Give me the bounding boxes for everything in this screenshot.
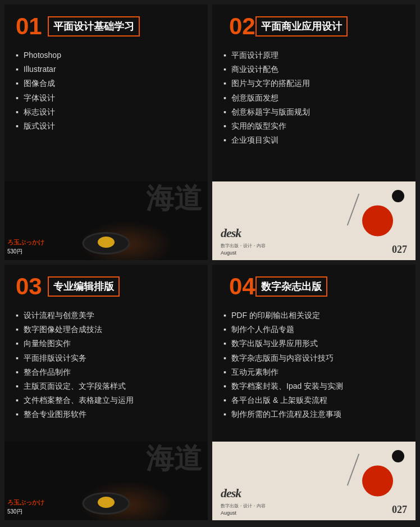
card-3-list: 设计流程与创意美学 数字图像处理合成技法 向量绘图实作 平面排版设计实务 整合作… <box>16 308 197 422</box>
food-text: ろ玉ぶっかけ <box>7 238 44 246</box>
card-2-header: 平面商业应用设计 02 <box>223 15 404 38</box>
desk-line-2 <box>347 453 359 485</box>
desk-small-circle <box>392 190 404 202</box>
list-item: 创意版面发想 <box>223 91 404 105</box>
card-2-number: 02 <box>229 15 255 38</box>
card-4-header: 数字杂志出版 04 <box>223 275 404 298</box>
desk-line <box>347 193 359 225</box>
list-item: 整合专业图形软件 <box>16 407 197 421</box>
list-item: 整合作品制作 <box>16 365 197 379</box>
desk-brand-label: desk <box>221 226 241 240</box>
list-item: 各平台出版 & 上架贩卖流程 <box>223 393 404 407</box>
list-item: 制作所需的工作流程及注意事项 <box>223 407 404 421</box>
card-2-title: 平面商业应用设计 <box>255 16 348 37</box>
card-1-title: 平面设计基础学习 <box>48 16 140 37</box>
card-1-header: 01 平面设计基础学习 <box>16 15 197 38</box>
desk-brand-label-2: desk <box>221 486 241 501</box>
list-item: 向量绘图实作 <box>16 337 197 351</box>
card-1: 01 平面设计基础学习 Photoshop Illustratar 图像合成 字… <box>4 4 208 260</box>
desk-scene: desk 数字出版・设计・内容 August 027 <box>212 181 416 260</box>
list-item: 图像合成 <box>16 76 197 90</box>
card-4-image: desk 数字出版・设计・内容 August 027 <box>212 442 416 520</box>
desk-issue-num: 027 <box>392 244 407 256</box>
card-3: 03 专业编辑排版 设计流程与创意美学 数字图像处理合成技法 向量绘图实作 平面… <box>4 265 208 520</box>
card-1-list: Photoshop Illustratar 图像合成 字体设计 标志设计 版式设… <box>16 48 197 133</box>
list-item: 创意标题字与版面规划 <box>223 105 404 119</box>
card-4-number: 04 <box>229 275 255 298</box>
desk-sub: 数字出版・设计・内容 <box>221 243 266 249</box>
desk-scene-2: desk 数字出版・设计・内容 August 027 <box>212 442 416 520</box>
list-item: 企业项目实训 <box>223 133 404 147</box>
list-item: Photoshop <box>16 48 197 62</box>
food-price: 530円 <box>7 248 22 256</box>
desk-small-circle-2 <box>392 450 404 462</box>
list-item: 平面设计原理 <box>223 48 404 62</box>
card-2-image: desk 数字出版・设计・内容 August 027 <box>212 181 416 260</box>
card-1-number: 01 <box>16 15 42 38</box>
list-item: 互动元素制作 <box>223 365 404 379</box>
card-4-title: 数字杂志出版 <box>255 276 327 297</box>
list-item: 数字图像处理合成技法 <box>16 322 197 337</box>
list-item: 图片与文字的搭配运用 <box>223 76 404 90</box>
desk-issue-num-2: 027 <box>392 504 407 516</box>
card-3-title: 专业编辑排版 <box>48 276 120 297</box>
list-item: 数字档案封装、Ipad 安装与实测 <box>223 379 404 393</box>
list-item: 字体设计 <box>16 91 197 105</box>
list-item: 主版页面设定、文字段落样式 <box>16 379 197 393</box>
card-1-image: 海道 ろ玉ぶっかけ 530円 <box>4 181 208 260</box>
egg-2 <box>98 497 115 508</box>
food-price-2: 530円 <box>7 508 22 516</box>
desk-month-2: August <box>221 510 236 516</box>
list-item: PDF 的印刷输出相关设定 <box>223 308 404 322</box>
card-2: 平面商业应用设计 02 平面设计原理 商业设计配色 图片与文字的搭配运用 创意版… <box>212 4 416 260</box>
main-grid: 01 平面设计基础学习 Photoshop Illustratar 图像合成 字… <box>0 0 420 525</box>
kanji-overlay-2: 海道 <box>146 444 202 473</box>
list-item: 平面排版设计实务 <box>16 351 197 365</box>
list-item: 版式设计 <box>16 119 197 133</box>
desk-sub-2: 数字出版・设计・内容 <box>221 503 266 509</box>
card-2-list: 平面设计原理 商业设计配色 图片与文字的搭配运用 创意版面发想 创意标题字与版面… <box>223 48 404 147</box>
food-text-2: ろ玉ぶっかけ <box>7 498 44 506</box>
list-item: 制作个人作品专题 <box>223 322 404 337</box>
list-item: 商业设计配色 <box>223 62 404 76</box>
card-4-list: PDF 的印刷输出相关设定 制作个人作品专题 数字出版与业界应用形式 数字杂志版… <box>223 308 404 422</box>
card-3-number: 03 <box>16 275 42 298</box>
list-item: Illustratar <box>16 62 197 76</box>
list-item: 数字出版与业界应用形式 <box>223 337 404 351</box>
egg <box>98 237 115 248</box>
list-item: 标志设计 <box>16 105 197 119</box>
food-scene-2: 海道 ろ玉ぶっかけ 530円 <box>4 442 208 520</box>
food-scene: 海道 ろ玉ぶっかけ 530円 <box>4 181 208 260</box>
list-item: 设计流程与创意美学 <box>16 308 197 322</box>
kanji-overlay: 海道 <box>146 184 202 212</box>
list-item: 文件档案整合、表格建立与运用 <box>16 393 197 407</box>
card-3-header: 03 专业编辑排版 <box>16 275 197 298</box>
list-item: 实用的版型实作 <box>223 119 404 133</box>
card-3-image: 海道 ろ玉ぶっかけ 530円 <box>4 442 208 520</box>
desk-month: August <box>221 250 236 256</box>
list-item: 数字杂志版面与内容设计技巧 <box>223 351 404 365</box>
card-4: 数字杂志出版 04 PDF 的印刷输出相关设定 制作个人作品专题 数字出版与业界… <box>212 265 416 520</box>
